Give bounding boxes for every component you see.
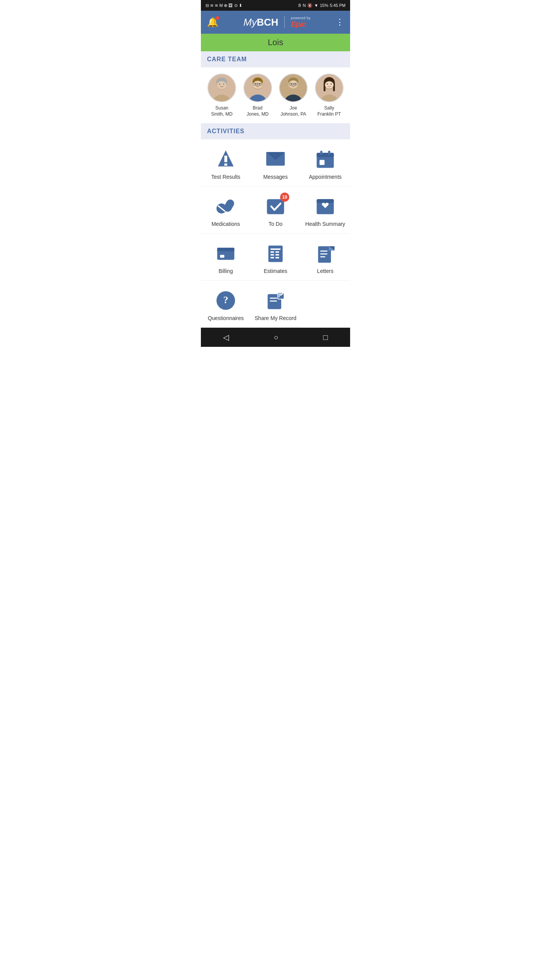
svg-rect-54 [220,255,224,258]
svg-rect-73 [270,301,277,302]
menu-button[interactable]: ⋮ [336,17,344,27]
svg-text:?: ? [223,295,228,306]
activity-share-record[interactable]: Share My Record [251,281,300,328]
test-results-icon [215,149,236,170]
care-team-section-header: CARE TEAM [201,51,350,67]
back-button[interactable]: ◁ [223,333,229,342]
notification-dot [215,16,219,20]
svg-point-12 [255,83,256,85]
appointments-label: Appointments [309,174,342,180]
svg-rect-68 [320,256,325,258]
activities-section-header: ACTIVITIES [201,123,350,139]
share-record-label: Share My Record [255,315,297,321]
care-member-sally[interactable]: SallyFranklin PT [314,74,344,117]
patient-name: Lois [268,38,283,47]
patient-banner: Lois [201,34,350,51]
wifi-icon: ▼ [314,3,318,8]
billing-label: Billing [218,268,233,274]
avatar-susan [207,74,236,102]
mybch-logo-text: MyBCH [243,16,278,28]
todo-icon: 10 [265,196,286,217]
status-icons: ⊟ ≋ ≋ M ⊕ 🖼 ⊙ ⬇ [205,3,242,8]
svg-rect-42 [317,153,334,157]
svg-rect-45 [320,160,324,165]
activity-health-summary[interactable]: Health Summary [300,186,350,234]
status-left: ⊟ ≋ ≋ M ⊕ 🖼 ⊙ ⬇ [205,3,242,8]
svg-rect-72 [270,298,277,299]
avatar-joe [279,74,308,102]
svg-point-5 [219,83,220,85]
medications-label: Medications [212,221,240,227]
svg-rect-58 [276,252,279,253]
status-bar: ⊟ ≋ ≋ M ⊕ 🖼 ⊙ ⬇ 𝔹 N 🔇 ▼ 15% 5:45 PM [201,0,350,11]
powered-by-text: powered by [291,16,311,20]
home-button[interactable]: ○ [274,333,278,342]
bottom-navigation: ◁ ○ □ [201,328,350,347]
questionnaires-label: Questionnaires [208,315,244,321]
activity-appointments[interactable]: Appointments [300,139,350,186]
epic-logo-text: Epic [291,20,305,29]
svg-rect-74 [278,293,284,299]
activity-messages[interactable]: Messages [251,139,300,186]
status-right: 𝔹 N 🔇 ▼ 15% 5:45 PM [298,3,346,8]
care-name-brad: BradJones, MD [247,105,269,117]
messages-label: Messages [263,174,288,180]
svg-point-33 [325,81,334,88]
svg-point-4 [217,81,227,89]
care-member-susan[interactable]: SusanSmith, MD [207,74,237,117]
activity-letters[interactable]: Letters [300,234,350,281]
todo-label: To Do [269,221,283,227]
svg-point-34 [327,83,328,85]
mute-icon: 🔇 [307,3,313,8]
questionnaires-icon: ? [215,290,236,311]
activity-todo[interactable]: 10 To Do [251,186,300,234]
share-record-icon [265,290,286,311]
test-results-label: Test Results [211,174,240,180]
svg-point-23 [295,83,296,85]
todo-badge: 10 [280,193,289,202]
recent-apps-button[interactable]: □ [323,333,328,342]
messages-icon [265,149,286,170]
health-summary-label: Health Summary [305,221,345,227]
care-name-joe: JoeJohnson, PA [280,105,306,117]
svg-rect-66 [320,251,328,252]
svg-rect-60 [276,254,279,256]
svg-rect-51 [317,199,334,203]
svg-point-22 [291,83,292,85]
activity-medications[interactable]: Medications [201,186,251,234]
svg-point-35 [331,83,332,85]
activity-questionnaires[interactable]: ? Questionnaires [201,281,251,328]
billing-icon [215,243,236,264]
svg-rect-61 [271,257,274,259]
svg-point-6 [223,83,225,85]
svg-rect-53 [217,248,235,251]
svg-rect-59 [271,254,274,256]
care-team-grid: SusanSmith, MD BradJones, MD [201,67,350,123]
activity-billing[interactable]: Billing [201,234,251,281]
svg-rect-67 [320,253,328,255]
care-member-brad[interactable]: BradJones, MD [242,74,273,117]
avatar-sally [315,74,344,102]
svg-rect-44 [328,151,330,155]
svg-rect-57 [271,252,274,253]
notification-bell[interactable]: 🔔 [207,17,218,28]
svg-rect-49 [267,199,284,214]
activities-grid: Test Results Messages Appointments [201,139,350,328]
svg-point-13 [259,83,260,85]
svg-rect-55 [268,246,282,262]
epic-logo-container: powered by Epic [291,16,311,29]
letters-icon [315,243,336,264]
care-name-sally: SallyFranklin PT [318,105,341,117]
time: 5:45 PM [330,3,346,8]
activity-estimates[interactable]: Estimates [251,234,300,281]
activity-test-results[interactable]: Test Results [201,139,251,186]
svg-rect-56 [271,248,280,250]
medications-icon [215,196,236,217]
care-member-joe[interactable]: JoeJohnson, PA [278,74,309,117]
health-summary-icon [315,196,336,217]
svg-rect-43 [320,151,323,155]
estimates-label: Estimates [264,268,287,274]
logo-divider [284,16,285,28]
letters-label: Letters [317,268,334,274]
care-name-susan: SusanSmith, MD [211,105,233,117]
